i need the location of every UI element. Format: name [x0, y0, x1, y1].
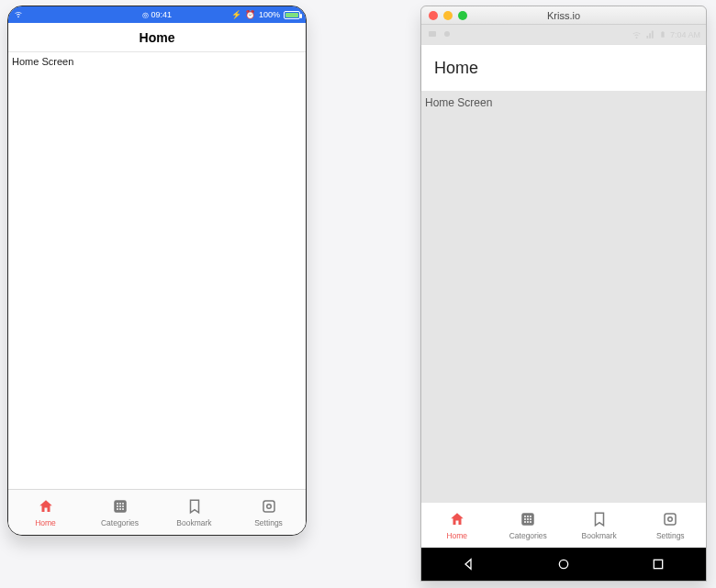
tab-home-label: Home	[35, 518, 56, 527]
svg-point-2	[119, 503, 121, 505]
tab-categories-label: Categories	[101, 518, 139, 527]
android-tab-bar: Home Categories Bookmark Settings	[421, 502, 706, 548]
svg-point-21	[527, 518, 529, 520]
battery-icon	[284, 11, 300, 19]
grid-icon	[112, 498, 129, 516]
tab-settings-label: Settings	[656, 531, 685, 540]
svg-point-8	[119, 508, 121, 510]
bookmark-icon	[591, 511, 608, 529]
bookmark-icon	[186, 498, 203, 516]
svg-point-7	[117, 508, 118, 510]
mac-window-title: Kriss.io	[421, 10, 706, 21]
svg-point-23	[524, 521, 526, 523]
android-device-frame: 7:04 AM Home Home Screen Home Categories	[421, 25, 706, 581]
svg-rect-12	[429, 31, 436, 37]
ios-tab-bar: Home Categories Bookmark Settings	[8, 489, 306, 535]
svg-point-25	[530, 521, 531, 523]
tab-settings[interactable]: Settings	[635, 503, 707, 548]
svg-rect-15	[662, 31, 663, 32]
tab-home-label: Home	[446, 531, 467, 540]
tab-settings[interactable]: Settings	[231, 490, 306, 535]
tab-categories[interactable]: Categories	[83, 490, 157, 535]
svg-point-9	[122, 508, 124, 510]
android-screen-body: Home Screen	[421, 91, 706, 502]
svg-point-24	[527, 521, 529, 523]
screen-text: Home Screen	[425, 96, 492, 109]
gear-icon	[662, 511, 678, 529]
svg-point-28	[559, 560, 567, 568]
svg-point-22	[530, 518, 531, 520]
tab-bookmark-label: Bookmark	[582, 531, 617, 540]
status-time: 7:04 AM	[670, 30, 700, 39]
wifi-icon	[632, 29, 642, 41]
grid-icon	[520, 511, 536, 529]
tab-home[interactable]: Home	[8, 490, 83, 535]
signal-icon	[645, 29, 655, 41]
svg-point-6	[122, 505, 124, 507]
tab-categories-label: Categories	[509, 531, 547, 540]
page-title: Home	[434, 59, 478, 78]
tab-home[interactable]: Home	[421, 503, 493, 548]
svg-point-19	[530, 516, 531, 517]
mac-window-frame: Kriss.io 7:04 A	[420, 6, 707, 582]
svg-point-1	[117, 503, 118, 505]
svg-point-3	[122, 503, 124, 505]
android-home-button[interactable]	[555, 556, 572, 572]
android-status-bar: 7:04 AM	[421, 25, 706, 45]
tab-categories[interactable]: Categories	[493, 503, 565, 548]
home-icon	[38, 498, 54, 516]
tab-bookmark[interactable]: Bookmark	[157, 490, 231, 535]
svg-rect-14	[661, 31, 664, 37]
svg-point-27	[668, 516, 673, 521]
android-nav-bar	[421, 548, 706, 581]
tab-bookmark[interactable]: Bookmark	[564, 503, 635, 548]
ios-screen-body: Home Screen	[8, 52, 306, 489]
svg-rect-10	[263, 501, 274, 512]
screen-text: Home Screen	[12, 56, 73, 67]
gear-icon	[261, 498, 277, 516]
android-back-button[interactable]	[461, 556, 477, 572]
menu-icon	[442, 28, 453, 41]
svg-point-17	[524, 516, 526, 517]
ios-status-bar: ◎ 09:41 ⚡ ⏰ 100%	[8, 6, 306, 23]
svg-rect-26	[665, 514, 676, 525]
home-icon	[449, 511, 465, 529]
svg-point-20	[524, 518, 526, 520]
android-recent-button[interactable]	[650, 556, 666, 572]
svg-point-5	[119, 505, 121, 507]
tab-settings-label: Settings	[254, 518, 283, 527]
page-title: Home	[140, 30, 175, 45]
ios-device-frame: ◎ 09:41 ⚡ ⏰ 100% Home Home Screen Home C…	[7, 6, 307, 536]
mac-titlebar: Kriss.io	[421, 6, 706, 25]
ios-header-bar: Home	[8, 23, 306, 52]
battery-icon	[659, 29, 666, 41]
screenshot-icon	[427, 28, 438, 41]
android-header-bar: Home	[421, 45, 706, 91]
tab-bookmark-label: Bookmark	[176, 518, 211, 527]
svg-point-18	[527, 516, 529, 517]
status-time: 09:41	[151, 10, 172, 19]
svg-point-4	[117, 505, 118, 507]
unlock-icon: ◎	[142, 11, 149, 19]
svg-point-11	[266, 504, 271, 508]
svg-rect-29	[654, 560, 663, 568]
svg-point-13	[444, 31, 450, 37]
